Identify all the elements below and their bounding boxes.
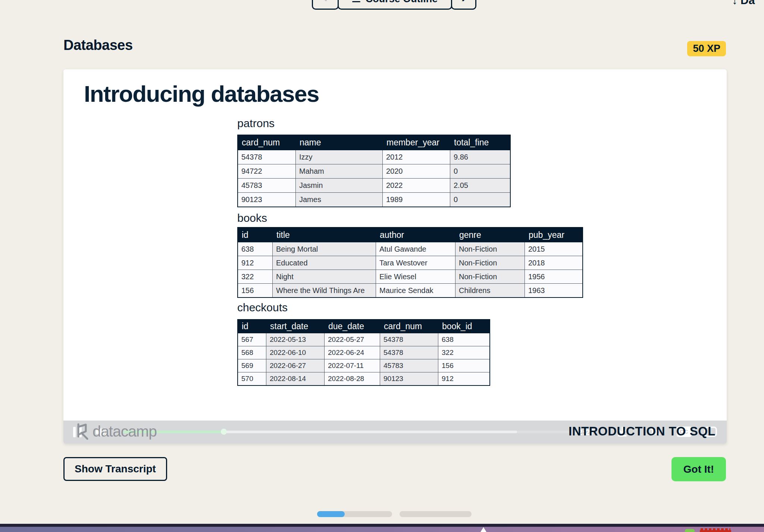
table-cell: Maham [296,164,383,179]
table-row: 5672022-05-132022-05-2754378638 [238,333,490,346]
table-cell: 2022-07-11 [325,359,380,372]
table-cell: 9.86 [450,150,511,164]
table-cell: 638 [238,242,273,256]
mouse-cursor [480,527,486,532]
table-cell: 90123 [238,193,296,207]
table-cell: 2.05 [450,179,511,193]
table-cell: 322 [438,346,490,359]
slide-title: Introducing databases [84,81,319,107]
table-row: 156Where the Wild Things AreMaurice Send… [238,284,583,298]
books-table: idtitleauthorgenrepub_year638Being Morta… [237,227,583,298]
got-it-button[interactable]: Got It! [671,457,726,481]
table-cell: 2022-06-24 [325,346,380,359]
table-cell: Non-Fiction [455,256,525,270]
table-row: 54378Izzy20129.86 [238,150,510,164]
xp-badge: 50 XP [687,41,726,56]
column-header: card_num [380,319,438,333]
table-row: 94722Maham20200 [238,164,510,179]
table-cell: 912 [438,372,490,386]
table-cell: Night [273,270,376,284]
table-row: 638Being MortalAtul GawandeNon-Fiction20… [238,242,583,256]
course-title: INTRODUCTION TO SQL [569,424,716,438]
table-row: 322NightElie WieselNon-Fiction1956 [238,270,583,284]
table-header-row: idtitleauthorgenrepub_year [238,227,583,242]
datacamp-logo-icon [74,423,90,440]
show-transcript-button[interactable]: Show Transcript [63,457,167,481]
column-header: total_fine [450,135,511,150]
table-cell: Maurice Sendak [376,284,455,298]
next-lesson-button[interactable]: › [451,0,476,10]
table-cell: 2015 [525,242,583,256]
lesson-progress-fill [317,511,345,517]
table-cell: Tara Westover [376,256,455,270]
column-header: book_id [438,319,490,333]
column-header: id [238,227,273,242]
daily-xp-partial[interactable]: ↓ Da [732,0,755,7]
table-header-row: card_numnamemember_yeartotal_fine [238,135,510,150]
previous-lesson-button[interactable]: ‹ [312,0,339,10]
table-cell: 45783 [380,359,438,372]
checkouts-table: idstart_datedue_datecard_numbook_id56720… [237,319,490,386]
dock-icon-green[interactable] [685,529,695,532]
playhead[interactable] [221,429,227,435]
page-title: Databases [63,37,133,53]
table-cell: 2022 [383,179,450,193]
table-cell: 54378 [380,333,438,346]
table-cell: 156 [438,359,490,372]
table-header-row: idstart_datedue_datecard_numbook_id [238,319,490,333]
chevron-left-icon: ‹ [323,0,328,7]
table-cell: Childrens [455,284,525,298]
table-cell: 0 [450,164,511,179]
table-row: 90123James19890 [238,193,510,207]
desktop-taskbar-strip [0,527,764,532]
table-cell: 54378 [380,346,438,359]
table-cell: Jasmin [296,179,383,193]
video-player-bar: datacamp -2:27 1x CC INTRODUCTION TO SQL [63,421,727,444]
patrons-table: card_numnamemember_yeartotal_fine54378Iz… [237,135,511,207]
table-cell: 90123 [380,372,438,386]
table-cell: 0 [450,193,511,207]
table-row: 45783Jasmin20222.05 [238,179,510,193]
column-header: due_date [325,319,380,333]
column-header: member_year [383,135,450,150]
table-cell: 570 [238,372,266,386]
table-cell: 2012 [383,150,450,164]
table-row: 5702022-08-142022-08-2890123912 [238,372,490,386]
lesson-progress-pill-1 [317,511,392,517]
table-cell: 2022-08-14 [266,372,325,386]
course-outline-button[interactable]: Course Outline [338,0,452,10]
video-progress-bar[interactable] [123,431,571,433]
table-cell: Izzy [296,150,383,164]
table-row: 5682022-06-102022-06-2454378322 [238,346,490,359]
table-cell: 45783 [238,179,296,193]
table-row: 5692022-06-272022-07-1145783156 [238,359,490,372]
table-cell: 1963 [525,284,583,298]
table-cell: 2022-06-27 [266,359,325,372]
table-cell: 94722 [238,164,296,179]
table-cell: 568 [238,346,266,359]
table-cell: 2022-05-13 [266,333,325,346]
column-header: start_date [266,319,325,333]
table-cell: 2022-05-27 [325,333,380,346]
chevron-right-icon: › [461,0,466,7]
down-arrow-icon: ↓ [732,0,738,7]
lesson-progress-pill-2 [400,511,472,517]
table-cell: 54378 [238,150,296,164]
table-cell: 322 [238,270,273,284]
table-cell: Educated [273,256,376,270]
page: ‹ Course Outline › ↓ Da Databases 50 XP … [0,0,764,532]
course-outline-label: Course Outline [366,0,438,5]
dock-icon-red[interactable] [700,530,731,532]
table-cell: 2022-08-28 [325,372,380,386]
table-label-checkouts: checkouts [237,301,288,314]
datacamp-wordmark: datacamp [93,423,157,440]
column-header: pub_year [525,227,583,242]
table-cell: Being Mortal [273,242,376,256]
table-cell: Non-Fiction [455,270,525,284]
table-cell: 1956 [525,270,583,284]
daily-xp-partial-label: Da [740,0,755,7]
table-cell: 2018 [525,256,583,270]
table-cell: 638 [438,333,490,346]
datacamp-logo: datacamp [74,423,157,440]
table-cell: 569 [238,359,266,372]
